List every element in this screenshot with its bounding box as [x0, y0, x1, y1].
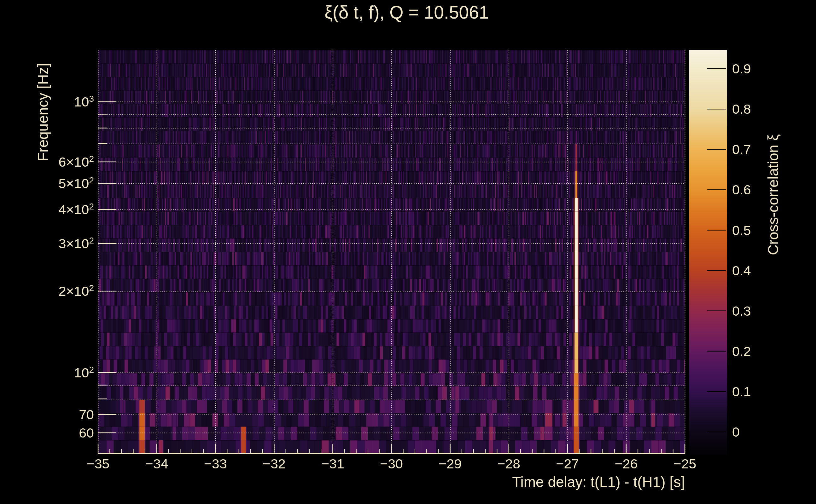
y-tick-label: 2×102	[59, 283, 94, 299]
x-tick-label: −29	[439, 456, 462, 472]
colorbar-tick-label: 0.6	[732, 182, 751, 198]
colorbar-tick-label: 0.4	[732, 263, 751, 278]
colorbar-tick-label: 0.8	[732, 101, 751, 117]
x-tick-label: −33	[204, 456, 227, 472]
x-tick-label: −28	[497, 456, 520, 472]
colorbar-title: Cross-correlation ξ	[765, 134, 782, 255]
colorbar-tick-label: 0.5	[732, 222, 751, 238]
colorbar-tick-label: 0.9	[732, 61, 751, 77]
x-tick-label: −26	[615, 456, 638, 472]
x-tick-label: −34	[145, 456, 168, 472]
colorbar-tick-label: 0	[732, 424, 740, 440]
y-axis-title: Frequency [Hz]	[34, 63, 51, 161]
colorbar-tick-label: 0.2	[732, 343, 751, 359]
y-tick-label: 60	[79, 425, 94, 440]
y-tick-label: 102	[74, 365, 94, 381]
x-axis-title: Time delay: t(L1) - t(H1) [s]	[512, 473, 685, 490]
colorbar-tick-label: 0.1	[732, 384, 751, 399]
y-tick-label: 5×102	[59, 175, 94, 191]
y-tick-label: 4×102	[59, 202, 94, 217]
x-tick-label: −30	[380, 456, 403, 472]
heatmap-canvas	[0, 0, 816, 504]
y-tick-label: 6×102	[59, 154, 94, 170]
y-tick-label: 103	[74, 94, 94, 110]
plot-title: ξ(δ t, f), Q = 10.5061	[325, 2, 489, 23]
figure-root: ξ(δ t, f), Q = 10.5061 Frequency [Hz] Ti…	[0, 0, 816, 504]
y-tick-label: 3×102	[59, 236, 94, 251]
x-tick-label: −27	[556, 456, 579, 472]
y-tick-label: 70	[79, 407, 94, 422]
x-tick-label: −32	[263, 456, 286, 472]
x-tick-label: −35	[87, 456, 110, 472]
colorbar-tick-label: 0.7	[732, 142, 751, 157]
x-tick-label: −31	[321, 456, 344, 472]
x-tick-label: −25	[674, 456, 697, 472]
colorbar-tick-label: 0.3	[732, 303, 751, 318]
